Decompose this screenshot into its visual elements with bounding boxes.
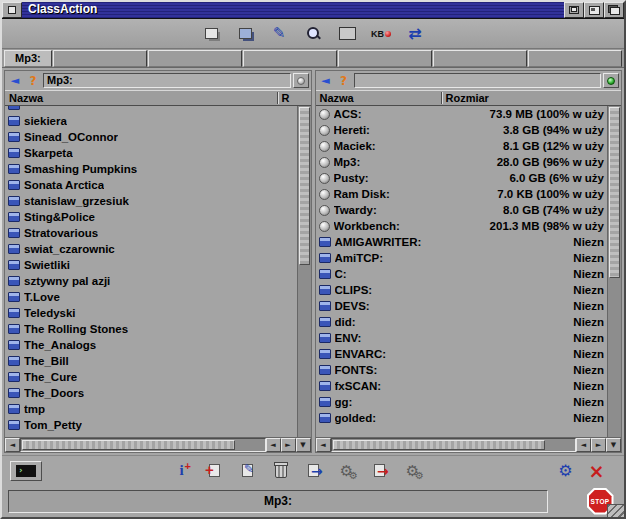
- shell-button[interactable]: ›: [10, 461, 42, 481]
- list-item[interactable]: sztywny pal azji: [5, 273, 297, 289]
- copy-button[interactable]: [198, 22, 225, 46]
- list-item[interactable]: Pusty:6.0 GB (6% w uży: [316, 170, 608, 186]
- left-scroll-left-button[interactable]: ◄: [5, 438, 20, 452]
- right-column-size[interactable]: Rozmiar: [441, 92, 622, 104]
- tab-empty-2[interactable]: [148, 50, 242, 67]
- list-item[interactable]: golded:Niezn: [316, 410, 608, 426]
- list-item[interactable]: The_Analogs: [5, 337, 297, 353]
- move-button[interactable]: →: [366, 459, 393, 483]
- right-hright-button[interactable]: ►: [591, 438, 606, 452]
- list-item[interactable]: swiat_czarownic: [5, 241, 297, 257]
- list-item[interactable]: fxSCAN:Niezn: [316, 378, 608, 394]
- list-item[interactable]: The Rolling Stones: [5, 321, 297, 337]
- list-item[interactable]: Smashing Pumpkins: [5, 161, 297, 177]
- zoom-button[interactable]: [584, 2, 604, 18]
- list-item[interactable]: Swietliki: [5, 257, 297, 273]
- list-item[interactable]: The_Doors: [5, 385, 297, 401]
- abort-button[interactable]: ×: [583, 459, 610, 483]
- left-hotlist-button[interactable]: ?: [25, 73, 41, 88]
- duplicate-button[interactable]: [232, 22, 259, 46]
- list-item[interactable]: DEVS:Niezn: [316, 298, 608, 314]
- list-item[interactable]: Workbench:201.3 MB (98% w uży: [316, 218, 608, 234]
- copy-button[interactable]: →: [300, 459, 327, 483]
- list-item[interactable]: ENVARC:Niezn: [316, 346, 608, 362]
- tab-mp3[interactable]: Mp3:: [4, 50, 52, 67]
- left-vscrollbar[interactable]: [297, 106, 311, 437]
- list-item[interactable]: ACS:73.9 MB (100% w uży: [316, 106, 608, 122]
- list-item[interactable]: Sinead_OConnor: [5, 129, 297, 145]
- right-hscroll-thumb[interactable]: [333, 440, 546, 450]
- list-item[interactable]: Ram Disk:7.0 KB (100% w uży: [316, 186, 608, 202]
- left-vscroll-thumb[interactable]: [299, 107, 310, 265]
- list-item[interactable]: C:Niezn: [316, 266, 608, 282]
- list-item[interactable]: stanislaw_grzesiuk: [5, 193, 297, 209]
- list-item[interactable]: did:Niezn: [316, 314, 608, 330]
- left-hscroll-thumb[interactable]: [22, 440, 235, 450]
- list-item[interactable]: siekiera: [5, 113, 297, 129]
- titlebar[interactable]: ClassAction: [2, 2, 624, 19]
- close-button[interactable]: [2, 2, 22, 18]
- list-item[interactable]: Maciek:8.1 GB (12% w uży: [316, 138, 608, 154]
- iconify-button[interactable]: [564, 2, 584, 18]
- list-item[interactable]: Sonata Arctica: [5, 177, 297, 193]
- tab-empty-4[interactable]: [338, 50, 432, 67]
- right-hscrollbar[interactable]: [331, 438, 577, 452]
- right-led-button[interactable]: [603, 73, 619, 88]
- archive-button[interactable]: ⚙ ⚙: [333, 459, 360, 483]
- right-vdown-button[interactable]: ▼: [606, 438, 621, 452]
- resize-handle[interactable]: [607, 504, 624, 517]
- right-scroll-left-button[interactable]: ◄: [316, 438, 331, 452]
- list-item[interactable]: Teledyski: [5, 305, 297, 321]
- tab-empty-3[interactable]: [243, 50, 337, 67]
- list-item[interactable]: Skarpeta: [5, 145, 297, 161]
- search-button[interactable]: [300, 22, 327, 46]
- left-hleft-button[interactable]: ◄: [266, 438, 281, 452]
- list-item[interactable]: Mp3:28.0 GB (96% w uży: [316, 154, 608, 170]
- list-item[interactable]: AmiTCP:Niezn: [316, 250, 608, 266]
- list-item[interactable]: gg:Niezn: [316, 394, 608, 410]
- list-item[interactable]: tmp: [5, 401, 297, 417]
- right-path-field[interactable]: [354, 73, 602, 88]
- list-item[interactable]: CLIPS:Niezn: [316, 282, 608, 298]
- left-led-button[interactable]: [293, 73, 309, 88]
- list-item[interactable]: [5, 106, 297, 113]
- right-vscrollbar[interactable]: [607, 106, 621, 437]
- edit-button[interactable]: ✎: [266, 22, 293, 46]
- list-item[interactable]: Hereti:3.8 GB (94% w uży: [316, 122, 608, 138]
- list-item[interactable]: T.Love: [5, 289, 297, 305]
- tab-empty-6[interactable]: [528, 50, 622, 67]
- right-hotlist-button[interactable]: ?: [336, 73, 352, 88]
- left-parent-button[interactable]: ◄: [7, 73, 23, 88]
- right-vscroll-thumb[interactable]: [609, 107, 620, 278]
- depth-button[interactable]: [604, 2, 624, 18]
- list-item[interactable]: The_Bill: [5, 353, 297, 369]
- list-item[interactable]: The_Cure: [5, 369, 297, 385]
- right-parent-button[interactable]: ◄: [318, 73, 334, 88]
- right-hleft-button[interactable]: ◄: [576, 438, 591, 452]
- list-item[interactable]: Twardy:8.0 GB (74% w uży: [316, 202, 608, 218]
- left-column-extra[interactable]: R: [277, 92, 311, 104]
- left-column-name[interactable]: Nazwa: [5, 92, 277, 104]
- list-item[interactable]: Tom_Petty: [5, 417, 297, 433]
- list-item[interactable]: ENV:Niezn: [316, 330, 608, 346]
- keyboard-button[interactable]: KB: [368, 22, 395, 46]
- settings-button[interactable]: ⚙: [552, 459, 579, 483]
- list-item[interactable]: Sting&Police: [5, 209, 297, 225]
- left-hscrollbar[interactable]: [20, 438, 266, 452]
- left-hright-button[interactable]: ►: [281, 438, 296, 452]
- left-vdown-button[interactable]: ▼: [296, 438, 311, 452]
- swap-panes-button[interactable]: ⇄: [402, 22, 429, 46]
- rename-button[interactable]: ✎: [234, 459, 261, 483]
- tab-empty-5[interactable]: [433, 50, 527, 67]
- display-button[interactable]: [334, 22, 361, 46]
- tab-empty-1[interactable]: [53, 50, 147, 67]
- left-path-field[interactable]: Mp3:: [43, 73, 291, 88]
- makedir-button[interactable]: +: [201, 459, 228, 483]
- info-button[interactable]: i +: [168, 459, 195, 483]
- list-item[interactable]: FONTS:Niezn: [316, 362, 608, 378]
- extract-button[interactable]: ⚙ ⚙: [399, 459, 426, 483]
- delete-button[interactable]: [267, 459, 294, 483]
- list-item[interactable]: AMIGAWRITER:Niezn: [316, 234, 608, 250]
- list-item[interactable]: Stratovarious: [5, 225, 297, 241]
- right-column-name[interactable]: Nazwa: [316, 92, 441, 104]
